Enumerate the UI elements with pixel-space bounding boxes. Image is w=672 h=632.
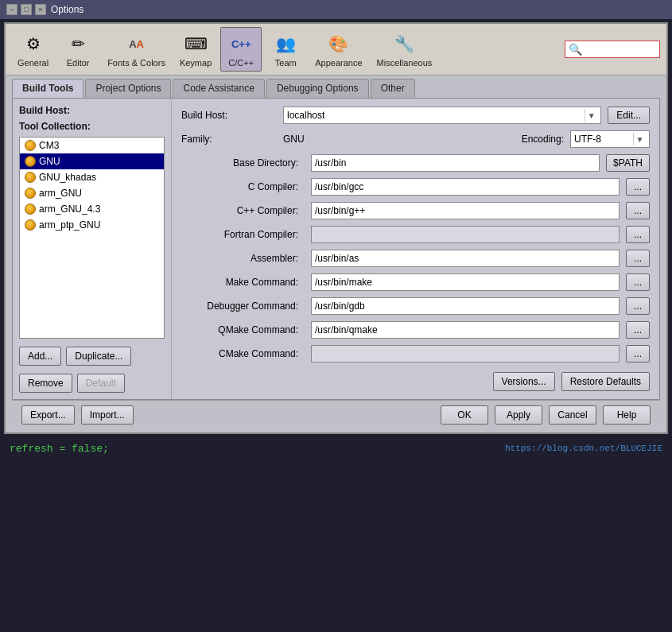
toolbar-fonts-colors[interactable]: AA Fonts & Colors bbox=[102, 27, 171, 72]
encoding-dropdown-arrow-icon[interactable]: ▼ bbox=[633, 133, 646, 145]
cmake-command-input[interactable] bbox=[311, 345, 620, 363]
base-dir-input[interactable] bbox=[311, 154, 600, 172]
qmake-command-row: QMake Command: ... bbox=[181, 321, 650, 339]
bullet-icon bbox=[25, 172, 36, 183]
code-url: https://blog.csdn.net/BLUCEJIE bbox=[505, 444, 662, 453]
bullet-icon bbox=[25, 219, 36, 231]
tool-item-arm-gnu[interactable]: arm_GNU bbox=[20, 185, 164, 201]
toolbar-general-label: General bbox=[17, 58, 49, 68]
c-compiler-input[interactable] bbox=[311, 178, 620, 196]
toolbar-miscellaneous[interactable]: 🔧 Miscellaneous bbox=[371, 27, 438, 72]
tool-item-cm3[interactable]: CM3 bbox=[20, 138, 164, 153]
tool-collection-label: Tool Collection: bbox=[19, 121, 165, 132]
tab-code-assistance[interactable]: Code Assistance bbox=[173, 79, 264, 98]
encoding-label: Encoding: bbox=[522, 134, 564, 145]
toolbar-keymap[interactable]: ⌨ Keymap bbox=[174, 27, 217, 72]
bullet-icon bbox=[25, 156, 36, 167]
tool-item-arm-ptp-gnu[interactable]: arm_ptp_GNU bbox=[20, 217, 164, 233]
qmake-command-label: QMake Command: bbox=[181, 324, 305, 335]
toolbar-appearance[interactable]: 🎨 Appearance bbox=[309, 27, 367, 72]
fortran-compiler-browse-button[interactable]: ... bbox=[626, 226, 650, 243]
fortran-compiler-input[interactable] bbox=[311, 226, 620, 243]
tab-debugging-options[interactable]: Debugging Options bbox=[266, 79, 369, 98]
make-command-input[interactable] bbox=[311, 273, 620, 291]
tab-other[interactable]: Other bbox=[371, 79, 415, 98]
c-compiler-browse-button[interactable]: ... bbox=[626, 178, 650, 196]
encoding-select[interactable]: UTF-8 ▼ bbox=[570, 130, 650, 148]
apply-button[interactable]: Apply bbox=[495, 405, 542, 425]
cpp-compiler-browse-button[interactable]: ... bbox=[626, 202, 650, 219]
search-input[interactable] bbox=[585, 44, 665, 55]
assembler-label: Assembler: bbox=[181, 253, 305, 264]
edit-button[interactable]: Edit... bbox=[608, 107, 650, 124]
left-buttons: Add... Duplicate... bbox=[19, 347, 165, 366]
cpp-compiler-label: C++ Compiler: bbox=[181, 205, 305, 216]
tab-build-tools[interactable]: Build Tools bbox=[12, 79, 84, 98]
remove-button[interactable]: Remove bbox=[19, 374, 72, 393]
minimize-button[interactable]: − bbox=[6, 4, 17, 15]
toolbar-editor-label: Editor bbox=[67, 58, 90, 68]
restore-button[interactable]: □ bbox=[21, 4, 32, 15]
search-box[interactable]: 🔍 bbox=[565, 41, 660, 58]
host-field-label: Build Host: bbox=[181, 110, 277, 121]
left-panel: Build Host: Tool Collection: CM3 GNU GNU… bbox=[13, 99, 172, 399]
duplicate-button[interactable]: Duplicate... bbox=[66, 347, 131, 366]
base-dir-row: Base Directory: $PATH bbox=[181, 154, 650, 172]
tool-item-arm-gnu-label: arm_GNU bbox=[39, 188, 82, 199]
cmake-command-browse-button[interactable]: ... bbox=[626, 345, 650, 363]
bottom-right-buttons: Versions... Restore Defaults bbox=[181, 372, 650, 391]
export-button[interactable]: Export... bbox=[21, 405, 75, 425]
cmake-command-label: CMake Command: bbox=[181, 348, 305, 359]
qmake-command-input[interactable] bbox=[311, 321, 620, 339]
toolbar: ⚙ General ✏ Editor AA Fonts & Colors ⌨ K… bbox=[6, 24, 666, 76]
cancel-button[interactable]: Cancel bbox=[549, 405, 596, 425]
toolbar-cpp-label: C/C++ bbox=[228, 58, 254, 68]
toolbar-general[interactable]: ⚙ General bbox=[12, 27, 54, 72]
cmake-command-row: CMake Command: ... bbox=[181, 345, 650, 363]
family-label: Family: bbox=[181, 134, 277, 145]
toolbar-keymap-label: Keymap bbox=[180, 58, 212, 68]
make-command-row: Make Command: ... bbox=[181, 273, 650, 291]
toolbar-miscellaneous-label: Miscellaneous bbox=[377, 58, 433, 68]
tool-list: CM3 GNU GNU_khadas arm_GNU arm_GNU_4.3 bbox=[19, 137, 165, 339]
close-button[interactable]: × bbox=[35, 4, 46, 15]
debugger-command-browse-button[interactable]: ... bbox=[626, 297, 650, 315]
toolbar-editor[interactable]: ✏ Editor bbox=[57, 27, 99, 72]
tool-item-arm-gnu-43[interactable]: arm_GNU_4.3 bbox=[20, 201, 164, 217]
versions-button[interactable]: Versions... bbox=[493, 372, 555, 391]
tool-item-gnu[interactable]: GNU bbox=[20, 153, 164, 169]
restore-defaults-button[interactable]: Restore Defaults bbox=[561, 372, 650, 391]
footer: Export... Import... OK Apply Cancel Help bbox=[12, 400, 660, 429]
assembler-row: Assembler: ... bbox=[181, 250, 650, 267]
cpp-compiler-input[interactable] bbox=[311, 202, 620, 219]
tool-item-cm3-label: CM3 bbox=[39, 140, 59, 151]
help-button[interactable]: Help bbox=[603, 405, 651, 425]
cpp-icon: C++ bbox=[228, 31, 254, 56]
import-button[interactable]: Import... bbox=[81, 405, 134, 425]
fortran-compiler-label: Fortran Compiler: bbox=[181, 229, 305, 240]
default-button[interactable]: Default bbox=[77, 374, 125, 393]
debugger-command-input[interactable] bbox=[311, 297, 620, 315]
tool-item-arm-gnu-43-label: arm_GNU_4.3 bbox=[39, 204, 100, 215]
toolbar-team[interactable]: 👥 Team bbox=[265, 27, 306, 72]
dropdown-arrow-icon[interactable]: ▼ bbox=[585, 109, 597, 122]
ok-button[interactable]: OK bbox=[441, 405, 488, 425]
toolbar-cpp[interactable]: C++ C/C++ bbox=[220, 27, 262, 72]
assembler-browse-button[interactable]: ... bbox=[626, 250, 650, 267]
qmake-command-browse-button[interactable]: ... bbox=[626, 321, 650, 339]
cpp-compiler-row: C++ Compiler: ... bbox=[181, 202, 650, 219]
tool-item-arm-ptp-gnu-label: arm_ptp_GNU bbox=[39, 219, 100, 231]
make-command-label: Make Command: bbox=[181, 277, 305, 288]
bullet-icon bbox=[25, 188, 36, 199]
toolbar-team-label: Team bbox=[275, 58, 297, 68]
encoding-value: UTF-8 bbox=[574, 134, 633, 145]
title-bar-buttons[interactable]: − □ × bbox=[6, 4, 46, 15]
add-button[interactable]: Add... bbox=[19, 347, 61, 366]
host-select[interactable]: localhost ▼ bbox=[283, 107, 601, 124]
base-dir-browse-button[interactable]: $PATH bbox=[606, 154, 650, 172]
team-icon: 👥 bbox=[273, 31, 298, 56]
tab-project-options[interactable]: Project Options bbox=[85, 79, 171, 98]
make-command-browse-button[interactable]: ... bbox=[626, 273, 650, 291]
assembler-input[interactable] bbox=[311, 250, 620, 267]
tool-item-gnu-khadas[interactable]: GNU_khadas bbox=[20, 169, 164, 185]
